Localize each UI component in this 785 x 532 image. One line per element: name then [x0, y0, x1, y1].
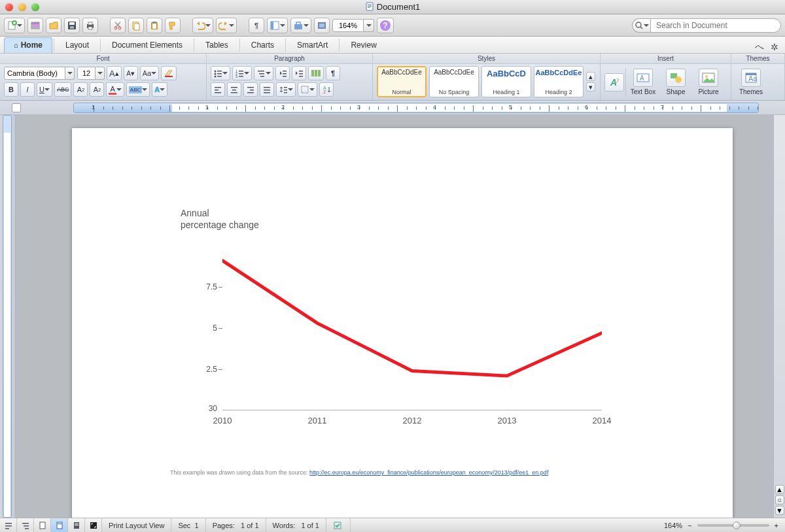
font-name-input[interactable] [4, 67, 65, 80]
view-outline-button[interactable] [17, 518, 34, 532]
font-size-input[interactable] [77, 67, 96, 80]
format-painter-button[interactable] [165, 18, 181, 33]
new-button[interactable] [4, 18, 25, 33]
close-icon[interactable] [5, 3, 13, 11]
text-effects-button[interactable]: A [152, 82, 167, 97]
template-button[interactable] [27, 18, 43, 33]
quick-styles-button[interactable]: A [604, 73, 624, 91]
themes-button[interactable]: AaThemes [735, 69, 767, 95]
view-notebook-button[interactable] [68, 518, 85, 532]
increase-indent-button[interactable] [292, 66, 306, 80]
superscript-button[interactable]: A2 [73, 82, 88, 97]
print-button[interactable] [82, 18, 98, 33]
grow-font-button[interactable]: A▴ [107, 66, 122, 80]
paste-button[interactable] [147, 18, 162, 33]
gear-icon[interactable]: ✲ [771, 42, 778, 52]
copy-button[interactable] [128, 18, 144, 33]
multilevel-button[interactable] [254, 66, 273, 80]
cut-button[interactable] [110, 18, 126, 33]
zoom-input[interactable] [332, 19, 364, 32]
zoom-slider[interactable] [697, 524, 769, 527]
subscript-button[interactable]: A2 [90, 82, 104, 97]
svg-rect-59 [231, 92, 237, 93]
style-no-spacing[interactable]: AaBbCcDdEeNo Spacing [429, 66, 479, 97]
tab-tables[interactable]: Tables [196, 37, 238, 53]
ribbon-group-headers: Font Paragraph Styles Insert Themes [0, 54, 785, 64]
align-right-button[interactable] [243, 82, 258, 97]
show-formatting-button[interactable]: ¶ [249, 18, 264, 33]
svg-rect-56 [215, 92, 221, 93]
tab-charts[interactable]: Charts [241, 37, 284, 53]
spellcheck-icon[interactable] [326, 518, 351, 532]
chevron-down-icon[interactable] [364, 19, 374, 32]
line-spacing-button[interactable] [276, 82, 296, 97]
borders-button[interactable] [298, 82, 317, 97]
tab-document-elements[interactable]: Document Elements [102, 37, 192, 53]
horizontal-ruler[interactable]: 11234567 [73, 103, 759, 113]
sort-button[interactable]: AZ [319, 82, 334, 97]
style-heading-1[interactable]: AaBbCcDHeading 1 [481, 66, 531, 97]
scroll-prev-icon[interactable]: ▲ [775, 485, 784, 494]
insert-shape-button[interactable]: Shape [660, 69, 691, 95]
align-center-button[interactable] [227, 82, 241, 97]
zoom-in-icon[interactable]: + [775, 522, 778, 529]
search-icon[interactable] [632, 18, 650, 33]
tab-home[interactable]: ⌂Home [4, 37, 52, 53]
document-canvas[interactable]: Annual percentage change 2.557.530201020… [16, 115, 773, 518]
bullets-button[interactable] [211, 66, 230, 80]
styles-scroll-down[interactable]: ▾ [586, 82, 595, 91]
show-all-button[interactable]: ¶ [326, 66, 340, 80]
insert-picture-button[interactable]: Picture [693, 69, 724, 95]
tab-layout[interactable]: Layout [56, 37, 99, 53]
collapse-ribbon-icon[interactable]: へ [755, 41, 764, 53]
underline-button[interactable]: U [37, 82, 52, 97]
help-button[interactable]: ? [377, 18, 394, 33]
highlight-button[interactable]: ABC [126, 82, 150, 97]
align-left-button[interactable] [211, 82, 225, 97]
gallery-button[interactable] [314, 18, 330, 33]
shrink-font-button[interactable]: A▾ [124, 66, 138, 80]
tab-selector[interactable] [12, 103, 21, 112]
bold-button[interactable]: B [4, 82, 18, 97]
search-input[interactable] [650, 18, 781, 33]
vertical-scrollbar[interactable]: ▲ ○ ▼ [773, 115, 785, 518]
tab-smartart[interactable]: SmartArt [287, 37, 338, 53]
font-color-button[interactable]: A [106, 82, 124, 97]
open-button[interactable] [46, 18, 61, 33]
strikethrough-button[interactable]: ABC [54, 82, 72, 97]
undo-button[interactable] [192, 18, 213, 33]
tab-review[interactable]: Review [341, 37, 386, 53]
svg-text:3: 3 [236, 75, 237, 78]
italic-button[interactable]: I [20, 82, 35, 97]
zoom-window-icon[interactable] [31, 3, 39, 11]
zoom-combo[interactable] [332, 19, 374, 32]
chevron-down-icon[interactable] [65, 67, 75, 80]
view-print-layout-button[interactable] [51, 518, 68, 532]
justify-button[interactable] [260, 82, 274, 97]
redo-button[interactable] [216, 18, 237, 33]
change-case-button[interactable]: Aa [140, 66, 159, 80]
clear-format-button[interactable] [161, 66, 177, 80]
toolbox-button[interactable] [290, 18, 311, 33]
view-fullscreen-button[interactable] [85, 518, 102, 532]
view-publishing-button[interactable] [34, 518, 51, 532]
font-name-combo[interactable] [4, 67, 105, 80]
view-draft-button[interactable] [0, 518, 17, 532]
svg-rect-61 [250, 90, 254, 91]
zoom-out-icon[interactable]: − [688, 522, 691, 529]
style-heading-2[interactable]: AaBbCcDdEeHeading 2 [534, 66, 584, 97]
scroll-mid-icon[interactable]: ○ [775, 495, 784, 505]
style-normal[interactable]: AaBbCcDdEeNormal [377, 66, 427, 97]
decrease-indent-button[interactable] [275, 66, 290, 80]
numbering-button[interactable]: 123 [232, 66, 252, 80]
save-button[interactable] [64, 18, 80, 33]
columns-preview-button[interactable] [308, 66, 324, 80]
vertical-ruler[interactable] [0, 115, 16, 518]
scroll-next-icon[interactable]: ▼ [775, 506, 784, 515]
source-link[interactable]: http://ec.europa.eu/economy_finance/publ… [309, 469, 548, 476]
insert-textbox-button[interactable]: AText Box [627, 69, 659, 95]
styles-scroll-up[interactable]: ▴ [586, 72, 595, 81]
sidebar-toggle-button[interactable] [267, 18, 288, 33]
chevron-down-icon[interactable] [96, 67, 105, 80]
minimize-icon[interactable] [18, 3, 26, 11]
